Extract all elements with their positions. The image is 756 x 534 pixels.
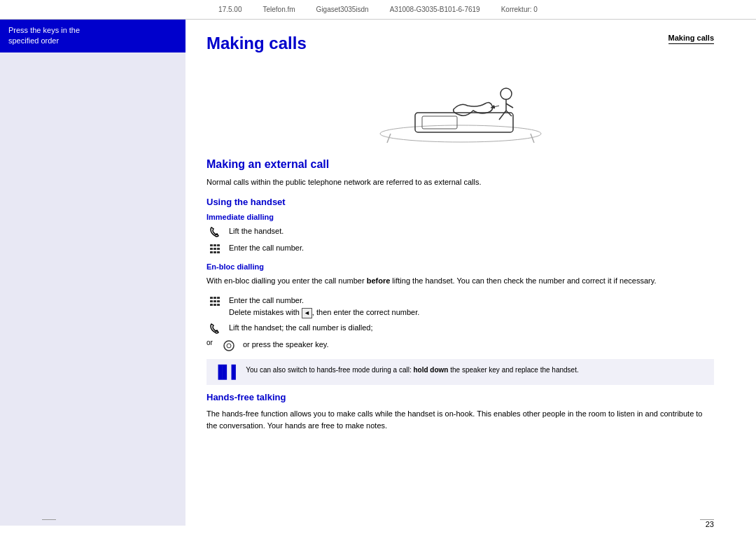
svg-rect-13 bbox=[214, 251, 216, 253]
note-icon: ▐▌▌ bbox=[214, 365, 240, 379]
page-title: Making calls bbox=[206, 34, 714, 53]
svg-rect-22 bbox=[214, 304, 216, 306]
footer-line-left bbox=[42, 519, 56, 520]
svg-line-1 bbox=[387, 134, 391, 143]
immediate-dialling-step1-row: Lift the handset. bbox=[206, 225, 714, 239]
using-handset-title: Using the handset bbox=[206, 197, 714, 207]
svg-rect-12 bbox=[210, 251, 213, 253]
svg-rect-17 bbox=[217, 297, 220, 299]
main-layout: Press the keys in the specified order Ma… bbox=[0, 20, 756, 526]
en-bloc-title: En-bloc dialling bbox=[206, 262, 714, 271]
delete-key: ◄ bbox=[302, 308, 312, 319]
svg-rect-15 bbox=[210, 297, 213, 299]
svg-rect-23 bbox=[217, 304, 220, 306]
footer-line-right bbox=[700, 519, 714, 520]
en-bloc-step1-row: Enter the call number. Delete mistakes w… bbox=[206, 295, 714, 318]
hands-free-title: Hands-free talking bbox=[206, 392, 714, 402]
immediate-dialling-step2-row: Enter the call number. bbox=[206, 242, 714, 255]
handset-icon-2 bbox=[206, 322, 223, 335]
svg-rect-4 bbox=[422, 116, 457, 129]
en-bloc-text: With en-bloc dialling you enter the call… bbox=[206, 275, 714, 287]
left-sidebar: Press the keys in the specified order bbox=[0, 20, 186, 526]
header-code: A31008-G3035-B101-6-7619 bbox=[390, 6, 480, 13]
immediate-dialling-step1-text: Lift the handset. bbox=[229, 225, 714, 237]
en-bloc-step1-text: Enter the call number. Delete mistakes w… bbox=[229, 295, 714, 318]
svg-rect-16 bbox=[214, 297, 216, 299]
header-correction: Korrektur: 0 bbox=[501, 6, 538, 13]
phone-svg bbox=[377, 67, 545, 144]
header-version: 17.5.00 bbox=[218, 6, 241, 13]
svg-rect-8 bbox=[217, 244, 220, 246]
hands-free-text: The hands-free function allows you to ma… bbox=[206, 408, 714, 431]
en-bloc-step3-row: Lift the handset; the call number is dia… bbox=[206, 322, 714, 335]
handset-icon-1 bbox=[206, 225, 223, 239]
top-right-label: Making calls bbox=[668, 34, 714, 44]
content-area: Making calls bbox=[186, 20, 756, 526]
note-box: ▐▌▌ You can also switch to hands-free mo… bbox=[206, 359, 714, 385]
svg-point-0 bbox=[380, 125, 541, 142]
svg-rect-18 bbox=[210, 300, 213, 302]
en-bloc-step4-row: or or press the speaker key. bbox=[206, 339, 714, 352]
keypad-icon-1 bbox=[206, 242, 223, 255]
or-label: or bbox=[206, 339, 213, 346]
blue-box: Press the keys in the specified order bbox=[0, 20, 186, 52]
immediate-dialling-title: Immediate dialling bbox=[206, 213, 714, 221]
svg-line-2 bbox=[531, 134, 534, 143]
svg-rect-6 bbox=[210, 244, 213, 246]
phone-illustration bbox=[206, 67, 714, 144]
svg-rect-21 bbox=[210, 304, 213, 306]
svg-rect-9 bbox=[210, 248, 213, 250]
svg-rect-19 bbox=[214, 300, 216, 302]
svg-rect-7 bbox=[214, 244, 216, 246]
speaker-icon bbox=[220, 339, 237, 352]
header-file: Telefon.fm bbox=[262, 6, 295, 13]
svg-point-24 bbox=[224, 341, 234, 351]
svg-rect-11 bbox=[217, 248, 220, 250]
header: 17.5.00 Telefon.fm Gigaset3035isdn A3100… bbox=[0, 0, 756, 20]
svg-rect-14 bbox=[217, 251, 220, 253]
page-number: 23 bbox=[706, 520, 714, 528]
en-bloc-step3-text: Lift the handset; the call number is dia… bbox=[229, 322, 714, 334]
note-text: You can also switch to hands-free mode d… bbox=[246, 365, 578, 375]
footer: 23 bbox=[0, 520, 756, 528]
external-call-text: Normal calls within the public telephone… bbox=[206, 176, 714, 188]
svg-rect-20 bbox=[217, 300, 220, 302]
header-model: Gigaset3035isdn bbox=[316, 6, 369, 13]
immediate-dialling-step2-text: Enter the call number. bbox=[229, 242, 714, 254]
en-bloc-step4-text: or press the speaker key. bbox=[243, 339, 714, 351]
external-call-title: Making an external call bbox=[206, 158, 714, 171]
svg-point-25 bbox=[227, 344, 231, 348]
svg-point-5 bbox=[500, 88, 512, 99]
keypad-icon-2 bbox=[206, 295, 223, 308]
svg-rect-10 bbox=[214, 248, 216, 250]
